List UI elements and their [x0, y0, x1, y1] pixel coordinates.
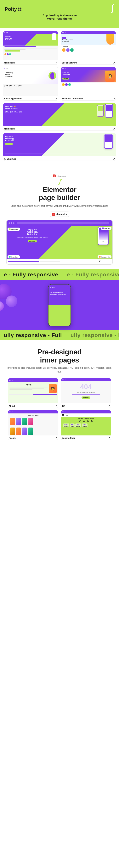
beyond-circle — [49, 72, 56, 80]
wide-mock-title: Meet now 👋create & collect — [5, 105, 22, 110]
person-6 — [16, 428, 21, 435]
brand-name: Poity — [5, 6, 17, 12]
demo-label-social: Social Network — [62, 62, 77, 64]
about-arrow: ↗ — [55, 405, 57, 407]
404-label-row: 404 ↗ — [61, 403, 111, 408]
inner-page-404[interactable]: 404 Lost in cyberspace: 404 edition Go H… — [61, 378, 111, 408]
mock-nav-bar — [3, 31, 58, 34]
person-5 — [10, 428, 15, 435]
social-person-img — [107, 34, 114, 44]
person-8 — [28, 428, 33, 435]
main-home-thumbnail: Enjoy ourmobile app.Be the first — [3, 31, 58, 60]
ai-label-row: AI Chat App ↗ — [3, 156, 116, 161]
demo-arrow-ai: ↗ — [113, 157, 115, 160]
ai-bottom-content — [5, 153, 100, 155]
wide-stats: 370+Projects 40+Team 5xAwards 50%Growth — [5, 111, 22, 113]
elementor-arrow-deco: ʃ — [5, 179, 114, 185]
person-4 — [28, 418, 33, 425]
demo-card-business[interactable]: Enjoy ourmobile app Learn more 👩‍💼 — [61, 67, 116, 100]
phone-line-2 — [50, 322, 64, 322]
about-person-img: 🧑 — [49, 384, 57, 393]
elementor-badge: e elementor — [53, 175, 66, 177]
cs-countdown: 24 : 20 : 35 : 45 — [62, 420, 110, 422]
demo-label-row-social: Social Network ↗ — [61, 60, 116, 64]
hero-section: Poity App landing & showcase WordPress t… — [0, 0, 119, 28]
phone-showcase: Get more with Poity. Explore our best fe… — [0, 280, 119, 330]
about-label-row: About ↗ — [8, 403, 58, 408]
demo-card-main-home-2[interactable]: Meet now 👋create & collect 370+Projects … — [3, 103, 116, 131]
person-1 — [10, 418, 15, 425]
demo-arrow-smart: ↗ — [55, 97, 57, 100]
person-2 — [16, 418, 21, 425]
cs-label: Coming Soon — [62, 437, 76, 439]
people-strip-2 — [9, 427, 57, 435]
people-body: Meet our Team — [8, 413, 58, 435]
people-arrow: ↗ — [55, 437, 57, 439]
coming-soon-mock: Poity We are Coming Soon 24 : 20 : 35 : … — [61, 410, 111, 435]
elementor-logo: e elementor — [50, 212, 69, 217]
cs-stat-3-label: Awards — [76, 426, 80, 427]
biz-title: Enjoy ourmobile app — [62, 71, 70, 75]
wide-phone-screen — [106, 105, 112, 111]
smart-app-thumbnail: ConnectingbeyondBoundaries 370+Projects … — [3, 67, 58, 96]
3d-balls-decoration — [0, 280, 29, 330]
phone-hero-text: Get more with Poity. Explore our best fe… — [49, 290, 70, 297]
cs-stat-3-num: 5x — [76, 424, 80, 426]
about-bottom — [8, 394, 58, 396]
ai-mock-btn: Get Started — [5, 143, 13, 145]
cs-label-row: Coming Soon ↗ — [61, 435, 111, 440]
business-thumbnail: Enjoy ourmobile app Learn more 👩‍💼 — [61, 67, 116, 96]
about-mock: About 🧑 — [8, 378, 58, 403]
cs-logo-dots — [62, 414, 64, 416]
big-browser-mockup: Enjoy ourmobile app.Be the first Digital… — [6, 220, 113, 265]
social-card: Meet now — [62, 45, 115, 48]
cs-stat-2-label: Team — [71, 426, 74, 427]
social-tag: Space — [62, 37, 66, 39]
ai-line-2 — [5, 154, 72, 154]
inner-pages-heading-line1: Pre-designed — [37, 348, 82, 356]
cs-stat-2-num: 40+ — [71, 424, 74, 426]
demo-arrow-main-home-2: ↗ — [113, 127, 115, 130]
elementor-logo-icon: e — [52, 213, 55, 216]
big-browser-body: Enjoy ourmobile app.Be the first Digital… — [6, 226, 113, 264]
wide-mock-phone-2 — [97, 105, 104, 117]
phone-nav-dot-3 — [54, 287, 55, 288]
demo-card-social-network[interactable]: Space Space for peopleto connect Meet no… — [61, 31, 116, 65]
cs-stat-3: 5x Awards — [75, 424, 81, 427]
inner-page-coming-soon[interactable]: Poity We are Coming Soon 24 : 20 : 35 : … — [61, 410, 111, 440]
big-browser-nav — [6, 220, 113, 226]
cs-stat-1-num: 370+ — [64, 424, 68, 426]
demo-card-main-home-1[interactable]: Enjoy ourmobile app.Be the first Main Ho… — [3, 31, 58, 65]
demo-card-smart-app[interactable]: ConnectingbeyondBoundaries 370+Projects … — [3, 67, 58, 100]
ai-phone-screen — [105, 135, 112, 142]
cs-arrow: ↗ — [108, 437, 110, 439]
browser-dot-2 — [11, 222, 12, 224]
ball-2 — [6, 296, 18, 307]
elementor-logo-row: e elementor — [5, 212, 114, 217]
people-header — [8, 410, 58, 413]
inner-page-about[interactable]: About 🧑 About ↗ — [8, 378, 58, 408]
demo-label-ai: AI Chat App — [4, 158, 16, 160]
beyond-header — [3, 67, 58, 70]
ai-line-1 — [5, 153, 100, 153]
browser-url-bar — [17, 222, 109, 224]
people-label-row: People ↗ — [8, 435, 58, 440]
inner-page-people[interactable]: Meet our Team People — [8, 410, 58, 440]
404-subtitle: Lost in cyberspace: 404 edition — [62, 392, 110, 393]
social-meet: Meet now — [63, 46, 114, 47]
ball-3 — [0, 301, 4, 311]
panel-item-boundless: Boundless — [7, 255, 20, 258]
demo-label-row-biz: Business Conference ↗ — [61, 96, 116, 100]
full-card-label-row: Main Home ↗ — [3, 126, 116, 130]
demo-card-ai-chat[interactable]: Enjoy ourmobile app.Be the first Get Sta… — [3, 133, 116, 161]
panel-item-progress-label: Progress Bar — [101, 256, 110, 258]
panel-item-enjoy-label: Enjoy First — [11, 228, 18, 230]
browser-phone-text: App — [98, 241, 108, 243]
inner-pages-desc: Inner pages also includes about us, serv… — [5, 366, 114, 373]
elementor-e-icon: e — [53, 175, 56, 177]
demos-row-3-aichat: Enjoy ourmobile app.Be the first Get Sta… — [3, 133, 116, 161]
mock-avatars — [3, 53, 58, 56]
biz-hero: Enjoy ourmobile app Learn more 👩‍💼 — [61, 70, 116, 83]
inner-pages-grid: About 🧑 About ↗ — [5, 378, 114, 443]
demos-row-1: Enjoy ourmobile app.Be the first Main Ho… — [3, 31, 116, 65]
